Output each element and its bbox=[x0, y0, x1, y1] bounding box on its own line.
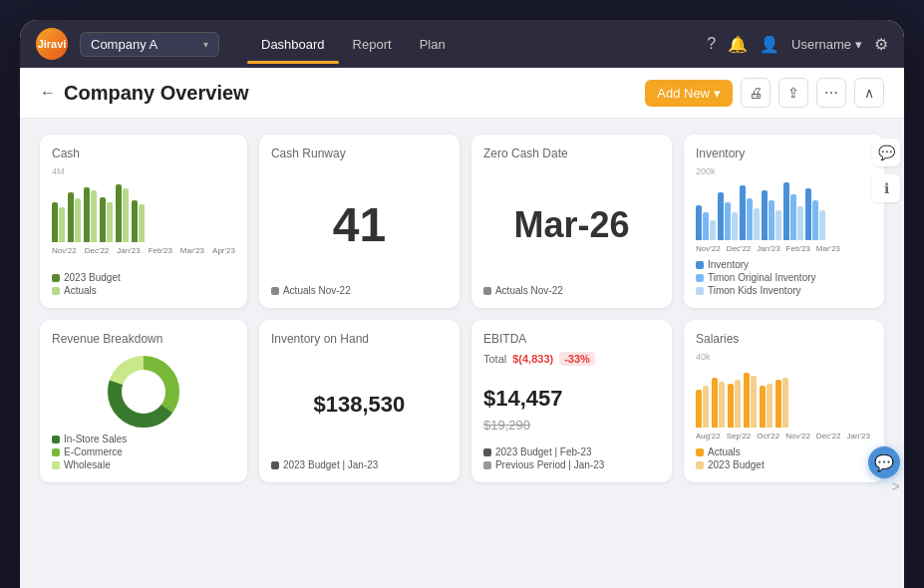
bar bbox=[718, 192, 724, 240]
bar bbox=[696, 205, 702, 240]
nav-plan[interactable]: Plan bbox=[406, 33, 460, 56]
bar bbox=[59, 207, 65, 242]
company-selector[interactable]: Company A ▾ bbox=[80, 32, 219, 57]
inventory-title: Inventory bbox=[696, 147, 872, 160]
ebitda-value: $14,457 bbox=[483, 386, 660, 412]
username-text: Username bbox=[791, 37, 851, 52]
legend-dot bbox=[483, 461, 491, 469]
revenue-breakdown-card: Revenue Breakdown In-Store Sales bbox=[40, 320, 247, 482]
salaries-y-label: 40k bbox=[696, 352, 872, 362]
bell-icon[interactable]: 🔔 bbox=[728, 35, 748, 54]
expand-button[interactable]: > bbox=[892, 478, 900, 494]
legend-label: Actuals Nov-22 bbox=[495, 285, 563, 296]
back-button[interactable]: ← bbox=[40, 84, 56, 102]
legend-label: Inventory bbox=[708, 259, 749, 270]
nav-report[interactable]: Report bbox=[339, 33, 406, 56]
bar bbox=[812, 200, 818, 240]
logo-text: Jiravi bbox=[38, 38, 67, 50]
bar bbox=[744, 373, 750, 428]
add-new-button[interactable]: Add New ▾ bbox=[645, 80, 733, 107]
legend-item: Actuals bbox=[52, 285, 235, 296]
ebitda-total-label: Total bbox=[483, 353, 506, 365]
donut-chart bbox=[104, 352, 183, 432]
legend-label: E-Commerce bbox=[64, 446, 123, 457]
bar bbox=[754, 208, 760, 240]
ebitda-total-row: Total $(4,833) -33% bbox=[483, 352, 660, 366]
help-icon[interactable]: ? bbox=[707, 35, 716, 53]
inventory-on-hand-legend: 2023 Budget | Jan-23 bbox=[271, 457, 448, 470]
bar-group bbox=[712, 378, 725, 428]
legend-dot bbox=[271, 287, 279, 295]
inventory-card: Inventory 200k bbox=[684, 135, 884, 308]
bar bbox=[719, 382, 725, 428]
legend-dot bbox=[52, 274, 60, 282]
print-button[interactable]: 🖨 bbox=[741, 78, 770, 108]
legend-dot bbox=[483, 287, 491, 295]
bar bbox=[782, 378, 788, 428]
legend-item: Timon Original Inventory bbox=[696, 272, 872, 283]
bar bbox=[783, 182, 789, 240]
cash-bar-chart bbox=[52, 182, 235, 242]
settings-icon[interactable]: ⚙ bbox=[874, 35, 888, 54]
user-icon: 👤 bbox=[760, 35, 779, 54]
bar bbox=[703, 386, 709, 428]
legend-item: Timon Kids Inventory bbox=[696, 285, 872, 296]
more-button[interactable]: ⋯ bbox=[816, 78, 846, 108]
collapse-button[interactable]: ∧ bbox=[854, 78, 884, 108]
legend-label: Previous Period | Jan-23 bbox=[495, 459, 604, 470]
legend-dot bbox=[696, 287, 704, 295]
bar bbox=[725, 202, 731, 240]
bar bbox=[819, 210, 825, 240]
legend-label: In-Store Sales bbox=[64, 434, 127, 444]
bar bbox=[696, 390, 702, 428]
bar bbox=[767, 384, 772, 428]
salaries-card: Salaries 40k bbox=[684, 320, 884, 482]
right-sidebar: 💬 ℹ bbox=[872, 139, 900, 202]
chevron-down-icon: ▾ bbox=[855, 37, 862, 52]
cash-legend: 2023 Budget Actuals bbox=[52, 270, 235, 296]
company-name: Company A bbox=[91, 37, 157, 52]
bar-group bbox=[696, 205, 716, 240]
legend-item: 2023 Budget bbox=[696, 459, 872, 470]
bar-group bbox=[132, 200, 145, 242]
legend-item: Actuals Nov-22 bbox=[483, 285, 660, 296]
legend-item: 2023 Budget | Jan-23 bbox=[271, 459, 448, 470]
legend-dot bbox=[483, 448, 491, 456]
salaries-bar-chart bbox=[696, 368, 872, 428]
bar-group bbox=[783, 182, 803, 240]
content-area: ← Company Overview Add New ▾ 🖨 ⇪ ⋯ ∧ Cas… bbox=[20, 68, 904, 588]
bar-group bbox=[718, 192, 738, 240]
bar bbox=[710, 220, 716, 240]
username-btn[interactable]: Username ▾ bbox=[791, 37, 862, 52]
zero-cash-date-value: Mar-26 bbox=[513, 204, 629, 246]
bar-group bbox=[116, 184, 129, 242]
bar bbox=[139, 204, 145, 242]
legend-label: 2023 Budget | Feb-23 bbox=[495, 446, 592, 457]
comment-icon-btn[interactable]: 💬 bbox=[872, 139, 900, 166]
ebitda-card: EBITDA Total $(4,833) -33% $14,457 $19,2… bbox=[471, 320, 672, 482]
legend-item: E-Commerce bbox=[52, 446, 235, 457]
legend-dot bbox=[696, 448, 704, 456]
cash-runway-card: Cash Runway 41 Actuals Nov-22 bbox=[259, 135, 460, 308]
bar-group bbox=[744, 373, 757, 428]
legend-item: Wholesale bbox=[52, 459, 235, 470]
legend-item: 2023 Budget | Feb-23 bbox=[483, 446, 660, 457]
chat-button[interactable]: 💬 bbox=[868, 446, 900, 478]
cash-runway-legend: Actuals Nov-22 bbox=[271, 283, 448, 296]
zero-cash-date-card: Zero Cash Date Mar-26 Actuals Nov-22 bbox=[471, 135, 672, 308]
legend-label: 2023 Budget bbox=[64, 272, 121, 283]
share-button[interactable]: ⇪ bbox=[778, 78, 808, 108]
chevron-down-icon: ▾ bbox=[203, 39, 208, 50]
inventory-x-labels: Nov'22Dec'22Jan'23Feb'23Mar'23 bbox=[696, 244, 872, 253]
bar-group bbox=[740, 185, 760, 240]
inventory-legend: Inventory Timon Original Inventory Timon… bbox=[696, 257, 872, 296]
inventory-on-hand-card: Inventory on Hand $138,530 2023 Budget |… bbox=[259, 320, 460, 482]
bar bbox=[84, 187, 90, 242]
bar bbox=[703, 212, 709, 240]
legend-label: Timon Original Inventory bbox=[708, 272, 816, 283]
legend-dot bbox=[696, 461, 704, 469]
bar bbox=[116, 184, 122, 242]
info-icon-btn[interactable]: ℹ bbox=[872, 174, 900, 202]
bar bbox=[762, 190, 768, 240]
nav-dashboard[interactable]: Dashboard bbox=[247, 33, 339, 56]
